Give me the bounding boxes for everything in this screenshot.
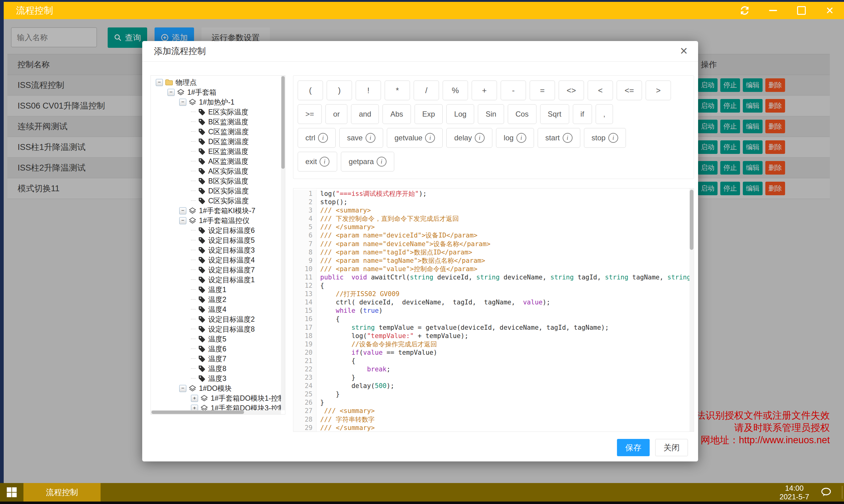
tree-node[interactable]: +1#手套箱DO模块1-控制交 xyxy=(154,393,281,403)
tree-node[interactable]: −1#手套箱 xyxy=(154,87,281,97)
row-edit-button[interactable]: 编辑 xyxy=(743,78,762,92)
tree-node[interactable]: 温度1 xyxy=(154,285,281,294)
operator-button[interactable]: and xyxy=(351,104,379,124)
row-start-button[interactable]: 启动 xyxy=(698,140,718,154)
row-edit-button[interactable]: 编辑 xyxy=(743,99,762,112)
operator-button[interactable]: = xyxy=(529,80,555,100)
tree-node[interactable]: 设定目标温度8 xyxy=(154,324,281,334)
operator-button[interactable]: Abs xyxy=(382,104,411,124)
tree-node[interactable]: 设定目标温度5 xyxy=(154,235,281,245)
tree-node[interactable]: −1#DO模块 xyxy=(154,383,281,393)
operator-button[interactable]: > xyxy=(646,80,671,100)
tree-node[interactable]: −1#手套箱KI模块-7 xyxy=(154,206,281,216)
operator-button[interactable]: delayi xyxy=(446,128,492,148)
taskbar-clock[interactable]: 14:00 2021-5-7 xyxy=(779,484,809,501)
tree-node[interactable]: +1#手套箱DO模块3-控制电 xyxy=(154,403,281,410)
tree-vertical-scrollbar[interactable] xyxy=(281,76,285,410)
operator-button[interactable]: <> xyxy=(559,80,584,100)
notification-bubble-icon[interactable] xyxy=(820,487,832,499)
expand-icon[interactable]: + xyxy=(191,395,198,402)
operator-button[interactable]: ( xyxy=(298,80,323,100)
save-button[interactable]: 保存 xyxy=(617,439,650,456)
row-del-button[interactable]: 删除 xyxy=(765,182,785,195)
operator-button[interactable]: Cos xyxy=(508,104,536,124)
row-stop-button[interactable]: 停止 xyxy=(720,78,740,92)
query-button[interactable]: 查询 xyxy=(108,28,147,48)
row-stop-button[interactable]: 停止 xyxy=(720,161,740,175)
operator-button[interactable]: savei xyxy=(339,128,383,148)
window-close-button[interactable]: × xyxy=(824,4,836,17)
expand-icon[interactable]: + xyxy=(191,405,198,411)
row-start-button[interactable]: 启动 xyxy=(698,99,718,112)
scrollbar-thumb[interactable] xyxy=(281,76,285,169)
scrollbar-thumb[interactable] xyxy=(690,190,694,250)
tree-node[interactable]: 设定目标温度4 xyxy=(154,255,281,265)
minimize-button[interactable] xyxy=(767,4,779,17)
operator-button[interactable]: Exp xyxy=(415,104,443,124)
start-button[interactable] xyxy=(0,483,23,502)
tree-node[interactable]: C区监测温度 xyxy=(154,127,281,137)
taskbar-app-tab[interactable]: 流程控制 xyxy=(23,483,101,502)
script-editor[interactable]: 1log("===iss调试模式程序开始");2stop();3/// <sum… xyxy=(293,188,694,432)
collapse-icon[interactable]: − xyxy=(167,89,175,96)
operator-button[interactable]: / xyxy=(414,80,439,100)
tree-node[interactable]: 温度7 xyxy=(154,354,281,364)
tree-node[interactable]: 设定目标温度7 xyxy=(154,265,281,275)
operator-button[interactable]: >= xyxy=(298,104,322,124)
row-del-button[interactable]: 删除 xyxy=(765,120,785,133)
row-edit-button[interactable]: 编辑 xyxy=(743,161,762,175)
tree-node[interactable]: A区监测温度 xyxy=(154,156,281,166)
tree-node[interactable]: −物理点 xyxy=(154,77,281,87)
row-start-button[interactable]: 启动 xyxy=(698,161,718,175)
tree-node[interactable]: 设定目标温度2 xyxy=(154,314,281,324)
operator-button[interactable]: * xyxy=(385,80,410,100)
row-start-button[interactable]: 启动 xyxy=(698,120,718,133)
tree-node[interactable]: B区实际温度 xyxy=(154,176,281,186)
operator-button[interactable]: , xyxy=(596,104,613,124)
operator-button[interactable]: getparai xyxy=(341,152,394,172)
row-start-button[interactable]: 启动 xyxy=(698,78,718,92)
operator-button[interactable]: + xyxy=(472,80,497,100)
operator-button[interactable]: <= xyxy=(617,80,642,100)
tree-node[interactable]: A区实际温度 xyxy=(154,166,281,176)
collapse-icon[interactable]: − xyxy=(156,79,163,86)
tree-node[interactable]: 温度2 xyxy=(154,294,281,304)
tree-node[interactable]: 设定目标温度6 xyxy=(154,226,281,235)
tree-node[interactable]: 温度3 xyxy=(154,374,281,383)
tree-node[interactable]: D区实际温度 xyxy=(154,186,281,196)
row-stop-button[interactable]: 停止 xyxy=(720,182,740,195)
refresh-icon[interactable] xyxy=(738,4,751,17)
collapse-icon[interactable]: − xyxy=(179,385,186,392)
tree-horizontal-scrollbar[interactable] xyxy=(151,410,281,414)
operator-button[interactable]: ) xyxy=(327,80,352,100)
scrollbar-thumb[interactable] xyxy=(151,411,244,414)
dialog-close-icon[interactable]: × xyxy=(680,44,688,58)
tree-node[interactable]: E区监测温度 xyxy=(154,146,281,156)
show-desktop-divider[interactable] xyxy=(842,486,842,499)
row-stop-button[interactable]: 停止 xyxy=(720,140,740,154)
maximize-button[interactable] xyxy=(795,4,808,17)
tree-node[interactable]: D区监测温度 xyxy=(154,137,281,146)
operator-button[interactable]: - xyxy=(501,80,526,100)
collapse-icon[interactable]: − xyxy=(179,99,186,106)
operator-button[interactable]: if xyxy=(573,104,592,124)
row-stop-button[interactable]: 停止 xyxy=(720,99,740,112)
operator-button[interactable]: starti xyxy=(538,128,580,148)
tree-node[interactable]: E区实际温度 xyxy=(154,107,281,117)
operator-button[interactable]: logi xyxy=(496,128,534,148)
row-edit-button[interactable]: 编辑 xyxy=(743,182,762,195)
row-start-button[interactable]: 启动 xyxy=(698,182,718,195)
collapse-icon[interactable]: − xyxy=(179,207,186,214)
row-stop-button[interactable]: 停止 xyxy=(720,120,740,133)
operator-button[interactable]: Log xyxy=(446,104,474,124)
close-button[interactable]: 关闭 xyxy=(655,439,688,456)
search-input[interactable] xyxy=(11,28,97,47)
operator-button[interactable]: exiti xyxy=(298,152,337,172)
tree-node[interactable]: 温度4 xyxy=(154,304,281,314)
operator-button[interactable]: getvaluei xyxy=(387,128,443,148)
operator-button[interactable]: Sqrt xyxy=(540,104,569,124)
tree-node[interactable]: 温度6 xyxy=(154,344,281,354)
operator-button[interactable]: stopi xyxy=(584,128,626,148)
operator-button[interactable]: < xyxy=(588,80,613,100)
row-del-button[interactable]: 删除 xyxy=(765,78,785,92)
